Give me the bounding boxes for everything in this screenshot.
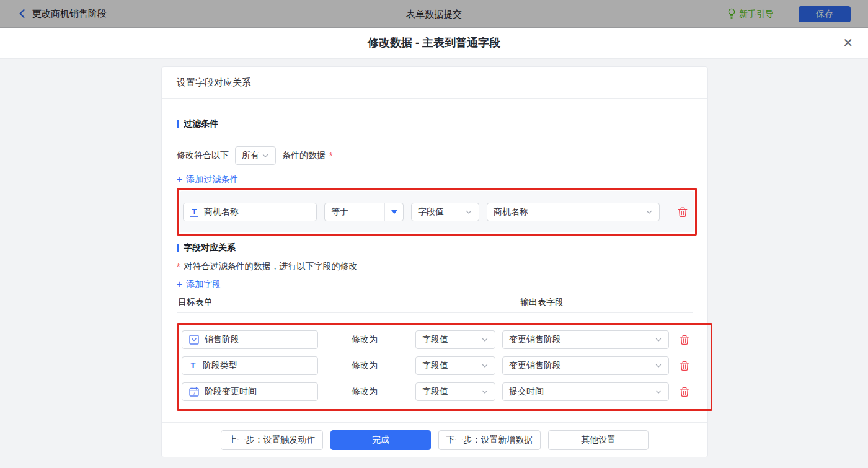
delete-row-icon[interactable] xyxy=(679,360,690,371)
text-field-icon: T xyxy=(190,206,198,217)
plus-icon: + xyxy=(177,280,182,289)
value-type-select[interactable]: 字段值 xyxy=(415,382,495,401)
chevron-down-icon xyxy=(262,152,269,159)
modify-to-label: 修改为 xyxy=(352,334,379,345)
value-type-select[interactable]: 字段值 xyxy=(415,356,495,375)
annotation-box-mapping: 销售阶段 修改为 字段值 变更销售阶段 xyxy=(177,323,712,411)
condition-prefix: 修改符合以下 xyxy=(177,150,229,161)
delete-row-icon[interactable] xyxy=(679,334,690,345)
done-button[interactable]: 完成 xyxy=(330,430,431,450)
date-field-icon: 7 xyxy=(189,387,199,397)
dialog-footer: 上一步：设置触发动作 完成 下一步：设置新增数据 其他设置 xyxy=(162,422,707,457)
delete-row-icon[interactable] xyxy=(679,386,690,397)
target-field-input[interactable]: 销售阶段 xyxy=(182,330,318,349)
chevron-down-icon xyxy=(481,336,489,343)
mapping-hint: * 对符合过滤条件的数据，进行以下字段的修改 xyxy=(177,260,693,273)
condition-sentence: 修改符合以下 所有 条件的数据 * xyxy=(177,146,693,165)
column-target-form: 目标表单 xyxy=(178,297,213,309)
filter-condition-row: T 商机名称 等于 字段值 商机名称 xyxy=(180,191,694,232)
modify-data-dialog: 修改数据 - 主表到普通字段 ✕ 设置字段对应关系 过滤条件 修改符合以下 所有… xyxy=(0,28,868,468)
filter-section-title: 过滤条件 xyxy=(177,118,693,130)
workflow-title: 更改商机销售阶段 xyxy=(32,8,107,20)
filter-field-input[interactable]: T 商机名称 xyxy=(183,203,317,221)
beginner-guide-label: 新手引导 xyxy=(739,9,774,20)
lightbulb-icon xyxy=(727,8,736,20)
dialog-titlebar: 修改数据 - 主表到普通字段 ✕ xyxy=(0,28,868,59)
section-accent-bar xyxy=(177,120,179,128)
delete-filter-icon[interactable] xyxy=(677,206,688,218)
required-mark: * xyxy=(329,151,332,161)
modify-to-label: 修改为 xyxy=(352,360,379,371)
chevron-down-icon xyxy=(655,388,662,395)
prev-step-button[interactable]: 上一步：设置触发动作 xyxy=(221,430,323,450)
chevron-down-icon xyxy=(465,208,472,216)
output-field-select[interactable]: 变更销售阶段 xyxy=(502,330,669,349)
mapping-row: T 阶段类型 修改为 字段值 变更销售阶段 xyxy=(182,356,711,375)
filter-operator-select[interactable]: 等于 xyxy=(324,203,404,221)
chevron-down-icon xyxy=(655,362,662,369)
card-header-title: 设置字段对应关系 xyxy=(162,67,707,99)
mapping-section-title: 字段对应关系 xyxy=(177,242,693,254)
filter-value-type-select[interactable]: 字段值 xyxy=(411,203,479,221)
value-type-select[interactable]: 字段值 xyxy=(415,330,495,349)
mapping-row: 7 阶段变更时间 修改为 字段值 提交时间 xyxy=(182,382,711,401)
target-field-input[interactable]: 7 阶段变更时间 xyxy=(182,382,318,401)
annotation-box-filter: T 商机名称 等于 字段值 商机名称 xyxy=(177,188,697,236)
header-divider xyxy=(177,312,693,313)
output-field-select[interactable]: 提交时间 xyxy=(502,382,669,401)
chevron-down-icon xyxy=(655,336,662,343)
svg-text:7: 7 xyxy=(193,391,195,396)
chevron-down-icon xyxy=(481,362,489,369)
output-field-select[interactable]: 变更销售阶段 xyxy=(502,356,669,375)
chevron-down-icon xyxy=(645,208,653,216)
text-field-icon: T xyxy=(189,361,197,371)
save-button[interactable]: 保存 xyxy=(799,6,851,22)
dialog-title: 修改数据 - 主表到普通字段 xyxy=(0,28,868,58)
plus-icon: + xyxy=(177,175,182,185)
add-filter-condition-link[interactable]: + 添加过滤条件 xyxy=(177,174,238,186)
add-field-link[interactable]: + 添加字段 xyxy=(177,278,221,291)
section-accent-bar xyxy=(177,244,179,252)
mapping-row: 销售阶段 修改为 字段值 变更销售阶段 xyxy=(182,330,711,349)
column-output-fields: 输出表字段 xyxy=(520,297,564,309)
field-mapping-card: 设置字段对应关系 过滤条件 修改符合以下 所有 条件的数据 * + 添加过滤条件 xyxy=(161,66,708,457)
caret-down-icon xyxy=(391,210,397,214)
condition-suffix: 条件的数据 xyxy=(282,150,326,161)
card-body: 过滤条件 修改符合以下 所有 条件的数据 * + 添加过滤条件 T xyxy=(162,99,707,411)
topbar: 更改商机销售阶段 表单数据提交 新手引导 保存 xyxy=(0,0,868,28)
page-title: 表单数据提交 xyxy=(406,9,462,20)
modify-to-label: 修改为 xyxy=(352,386,379,397)
condition-logic-select[interactable]: 所有 xyxy=(235,146,276,165)
next-step-button[interactable]: 下一步：设置新增数据 xyxy=(438,430,541,450)
target-field-input[interactable]: T 阶段类型 xyxy=(182,356,318,375)
required-mark: * xyxy=(177,262,180,272)
back-icon[interactable] xyxy=(16,7,29,20)
operator-caret-button[interactable] xyxy=(384,203,403,221)
mapping-column-headers: 目标表单 输出表字段 xyxy=(177,297,693,309)
filter-value-select[interactable]: 商机名称 xyxy=(487,203,660,221)
other-settings-button[interactable]: 其他设置 xyxy=(548,430,649,450)
beginner-guide-link[interactable]: 新手引导 xyxy=(727,8,774,20)
select-field-icon xyxy=(189,335,199,345)
close-icon[interactable]: ✕ xyxy=(843,36,853,50)
chevron-down-icon xyxy=(481,388,489,395)
